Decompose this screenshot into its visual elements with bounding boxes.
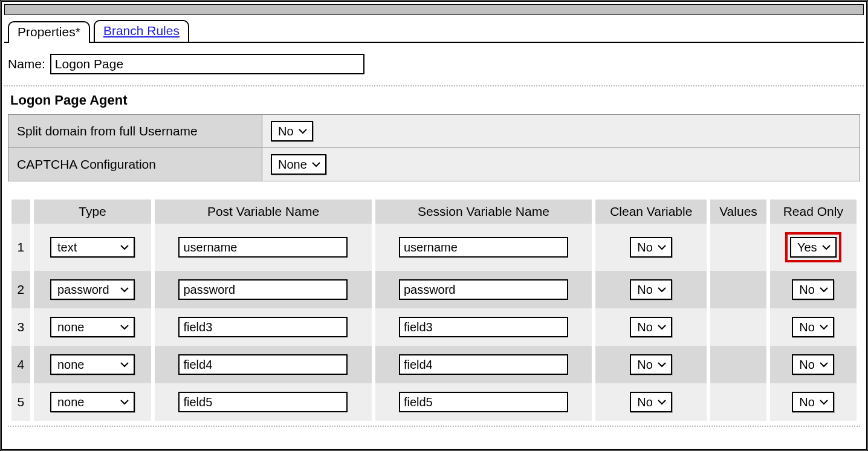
clean-variable-select[interactable]: No bbox=[630, 354, 672, 375]
clean-variable-select[interactable]: No bbox=[630, 279, 672, 300]
captcha-value-cell: None bbox=[262, 148, 860, 181]
post-variable-input[interactable] bbox=[178, 354, 348, 375]
row-clean-cell: No bbox=[595, 224, 707, 271]
row-type-cell: none bbox=[34, 383, 152, 421]
split-domain-select[interactable]: No bbox=[271, 121, 313, 141]
type-select-text: none bbox=[57, 358, 115, 372]
readonly-select[interactable]: No bbox=[792, 354, 834, 375]
row-number: 1 bbox=[11, 224, 30, 271]
row-post-cell bbox=[155, 271, 371, 308]
fields-header-corner bbox=[11, 200, 30, 224]
session-variable-input[interactable] bbox=[399, 354, 568, 375]
row-session-cell bbox=[375, 271, 592, 308]
name-row: Name: bbox=[4, 43, 864, 86]
divider bbox=[8, 426, 860, 427]
row-clean-cell: No bbox=[595, 308, 707, 346]
post-variable-input[interactable] bbox=[178, 279, 348, 300]
captcha-select-text: None bbox=[278, 158, 307, 172]
table-row: 1textNoYes bbox=[11, 224, 857, 271]
type-select[interactable]: none bbox=[50, 354, 135, 375]
window-frame: Properties* Branch Rules Name: Logon Pag… bbox=[0, 0, 868, 451]
tab-properties[interactable]: Properties* bbox=[8, 21, 90, 43]
fields-header-session: Session Variable Name bbox=[375, 200, 592, 224]
row-number: 4 bbox=[11, 346, 30, 383]
chevron-down-icon bbox=[120, 324, 129, 330]
tab-bar: Properties* Branch Rules bbox=[4, 20, 864, 43]
clean-variable-select[interactable]: No bbox=[630, 392, 672, 412]
chevron-down-icon bbox=[658, 362, 666, 368]
readonly-select[interactable]: No bbox=[792, 317, 834, 337]
row-type-cell: text bbox=[34, 224, 152, 271]
chevron-down-icon bbox=[658, 244, 666, 250]
row-type-cell: none bbox=[34, 308, 152, 346]
row-readonly-cell: No bbox=[770, 308, 857, 346]
row-session-cell bbox=[375, 308, 592, 346]
split-domain-label: Split domain from full Username bbox=[8, 115, 262, 148]
clean-variable-select-text: No bbox=[637, 283, 653, 297]
chevron-down-icon bbox=[658, 399, 666, 405]
row-number: 2 bbox=[11, 271, 30, 308]
type-select[interactable]: text bbox=[50, 237, 135, 258]
row-readonly-cell: No bbox=[770, 271, 857, 308]
tab-properties-label: Properties* bbox=[18, 25, 80, 39]
table-row: 5noneNoNo bbox=[11, 383, 857, 421]
chevron-down-icon bbox=[312, 161, 320, 167]
row-type-cell: none bbox=[34, 346, 152, 383]
readonly-select-text: No bbox=[799, 358, 815, 372]
chevron-down-icon bbox=[820, 399, 828, 405]
row-clean-cell: No bbox=[595, 271, 707, 308]
session-variable-input[interactable] bbox=[399, 279, 568, 300]
row-readonly-cell: No bbox=[770, 346, 857, 383]
readonly-select[interactable]: No bbox=[792, 279, 834, 300]
clean-variable-select[interactable]: No bbox=[630, 317, 672, 337]
name-label: Name: bbox=[8, 57, 45, 71]
readonly-select-text: Yes bbox=[797, 241, 817, 255]
row-readonly-cell: No bbox=[770, 383, 857, 421]
table-row: 3noneNoNo bbox=[11, 308, 857, 346]
row-number: 3 bbox=[11, 308, 30, 346]
post-variable-input[interactable] bbox=[178, 317, 348, 337]
fields-header-type: Type bbox=[34, 200, 152, 224]
readonly-select[interactable]: No bbox=[792, 392, 834, 412]
clean-variable-select-text: No bbox=[637, 358, 653, 372]
type-select[interactable]: password bbox=[50, 279, 135, 300]
clean-variable-select[interactable]: No bbox=[630, 237, 672, 258]
type-select-text: text bbox=[57, 241, 115, 255]
split-domain-value-cell: No bbox=[262, 115, 860, 148]
type-select[interactable]: none bbox=[50, 392, 135, 412]
session-variable-input[interactable] bbox=[399, 317, 568, 337]
type-select[interactable]: none bbox=[50, 317, 135, 337]
row-post-cell bbox=[155, 224, 371, 271]
session-variable-input[interactable] bbox=[399, 392, 568, 412]
section-heading: Logon Page Agent bbox=[4, 86, 864, 114]
row-type-cell: password bbox=[34, 271, 152, 308]
captcha-select[interactable]: None bbox=[271, 154, 326, 175]
tab-branch-rules-link[interactable]: Branch Rules bbox=[103, 24, 180, 37]
type-select-text: password bbox=[57, 283, 115, 297]
post-variable-input[interactable] bbox=[178, 237, 348, 258]
clean-variable-select-text: No bbox=[637, 395, 653, 409]
chevron-down-icon bbox=[820, 362, 828, 368]
fields-header-readonly: Read Only bbox=[770, 200, 857, 224]
fields-table: Type Post Variable Name Session Variable… bbox=[8, 200, 860, 421]
session-variable-input[interactable] bbox=[399, 237, 568, 258]
settings-table: Split domain from full Username No CAPTC… bbox=[8, 114, 860, 181]
tab-branch-rules[interactable]: Branch Rules bbox=[94, 20, 189, 42]
row-clean-cell: No bbox=[595, 346, 707, 383]
window-titlebar bbox=[4, 4, 864, 15]
chevron-down-icon bbox=[658, 287, 666, 293]
name-input[interactable] bbox=[50, 54, 364, 74]
readonly-select-text: No bbox=[799, 320, 815, 334]
readonly-select[interactable]: Yes bbox=[790, 237, 837, 258]
chevron-down-icon bbox=[822, 244, 831, 250]
clean-variable-select-text: No bbox=[637, 241, 653, 255]
fields-header-post: Post Variable Name bbox=[155, 200, 371, 224]
row-values-cell bbox=[710, 271, 766, 308]
chevron-down-icon bbox=[820, 287, 828, 293]
chevron-down-icon bbox=[120, 244, 129, 250]
post-variable-input[interactable] bbox=[178, 392, 348, 412]
readonly-select-text: No bbox=[799, 283, 815, 297]
chevron-down-icon bbox=[820, 324, 828, 330]
row-post-cell bbox=[155, 346, 371, 383]
fields-header-clean: Clean Variable bbox=[595, 200, 707, 224]
